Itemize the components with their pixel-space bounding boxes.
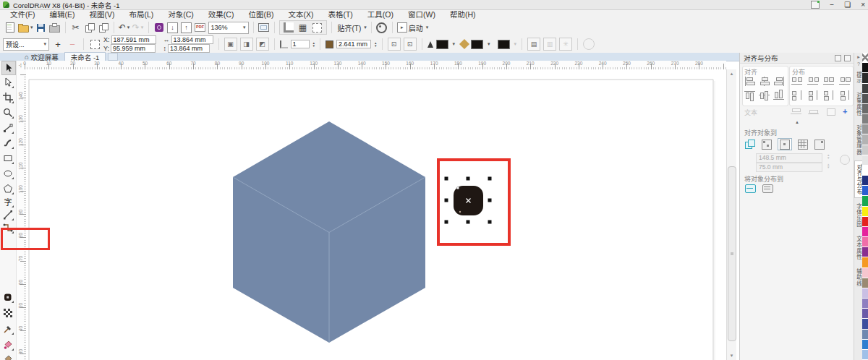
- color-swatch[interactable]: [862, 176, 868, 186]
- y-position-input[interactable]: 95.959 mm: [111, 44, 156, 53]
- color-swatch[interactable]: [862, 94, 868, 104]
- color-swatch[interactable]: [862, 124, 868, 134]
- export-button[interactable]: ↑: [181, 21, 192, 34]
- color-swatch[interactable]: [862, 257, 868, 267]
- open-button[interactable]: ▾: [18, 21, 33, 34]
- color-swatch[interactable]: [862, 330, 868, 340]
- align-center-horizontal-button[interactable]: [759, 77, 770, 86]
- scrollbar-thumb[interactable]: [728, 166, 736, 341]
- undo-button[interactable]: ↶▾: [119, 21, 130, 34]
- preset-select[interactable]: 预设...▾: [3, 38, 49, 51]
- minimize-button[interactable]: −: [830, 1, 834, 9]
- color-swatch[interactable]: [862, 340, 868, 350]
- docker-tab-对象管理器[interactable]: 对象管理器: [855, 121, 863, 158]
- corner-radius-input[interactable]: 2.641 mm: [336, 40, 371, 48]
- align-to-grid-button[interactable]: [797, 140, 809, 149]
- eyedropper-tool[interactable]: [1, 322, 14, 335]
- scroll-up-icon[interactable]: ▲: [727, 69, 736, 78]
- object-width-input[interactable]: 13.864 mm: [171, 35, 213, 44]
- color-swatch[interactable]: [862, 278, 868, 288]
- search-content-button[interactable]: [153, 21, 165, 34]
- basic-shapes-tool[interactable]: [1, 291, 14, 304]
- color-swatch[interactable]: [862, 350, 868, 360]
- color-swatch[interactable]: [862, 104, 868, 114]
- menu-item[interactable]: 效果(C): [201, 10, 242, 20]
- selected-rounded-square[interactable]: [454, 186, 483, 215]
- distribute-to-selection-button[interactable]: [744, 184, 756, 193]
- show-grid-button[interactable]: ▦: [297, 21, 309, 34]
- vertical-ruler[interactable]: 14013012011010090807060504030: [16, 69, 27, 360]
- fill-color-swatch[interactable]: [471, 40, 483, 49]
- group-button[interactable]: ▥: [543, 38, 556, 51]
- print-button[interactable]: [49, 21, 61, 34]
- fullscreen-preview-button[interactable]: [258, 21, 270, 34]
- ungroup-button[interactable]: ✳: [559, 38, 572, 51]
- corner-node[interactable]: [456, 187, 459, 189]
- import-button[interactable]: ↓: [167, 21, 179, 34]
- menu-item[interactable]: 对象(C): [161, 10, 201, 20]
- radius-spinner[interactable]: ▴▾: [375, 41, 377, 47]
- artistic-media-tool[interactable]: [1, 137, 14, 150]
- wrap-paragraph-text-button[interactable]: ▤: [527, 38, 540, 51]
- vertical-scrollbar[interactable]: ▲ ▼: [726, 69, 736, 360]
- snap-to-button[interactable]: 贴齐(T)▾: [336, 21, 367, 34]
- color-swatch[interactable]: [862, 227, 868, 237]
- application-launcher-button[interactable]: ▸启动▾: [397, 21, 429, 34]
- specify-point-plus-icon[interactable]: +: [843, 107, 847, 116]
- zoom-tool[interactable]: [1, 106, 14, 119]
- align-x-input[interactable]: 148.5 mm: [756, 153, 822, 163]
- tab-welcome-screen[interactable]: ⌂ 欢迎屏幕: [19, 53, 64, 61]
- add-preset-button[interactable]: +: [52, 38, 64, 51]
- interactive-fill-tool[interactable]: [1, 353, 14, 360]
- polygon-tool[interactable]: [1, 182, 14, 195]
- align-to-specified-point-button[interactable]: [814, 140, 825, 149]
- mirror-horizontal-button[interactable]: ◨: [240, 38, 253, 51]
- color-swatch[interactable]: [862, 166, 868, 176]
- distribute-center-h-button[interactable]: [807, 77, 819, 86]
- docker-tab-提示[interactable]: 提示: [855, 69, 863, 87]
- menu-item[interactable]: 编辑(E): [42, 10, 82, 20]
- relative-corner-button[interactable]: ⊡: [388, 38, 401, 51]
- menu-item[interactable]: 文本(X): [281, 10, 320, 20]
- text-align-baseline-button[interactable]: [808, 107, 820, 116]
- help-icon[interactable]: ?: [857, 60, 860, 67]
- docker-tab-辅助线[interactable]: 辅助线: [855, 265, 863, 290]
- align-to-page-center-button[interactable]: [778, 138, 792, 150]
- rectangle-tool[interactable]: [1, 152, 14, 165]
- docker-close-button[interactable]: [844, 55, 851, 61]
- x-position-input[interactable]: 187.591 mm: [111, 35, 156, 44]
- distribute-to-page-button[interactable]: [762, 184, 773, 193]
- align-to-active-objects-button[interactable]: [744, 140, 756, 149]
- fill-color-caret-icon[interactable]: ▾: [488, 41, 490, 47]
- menu-item[interactable]: 布局(L): [122, 10, 161, 20]
- align-y-input[interactable]: 75.0 mm: [756, 163, 822, 172]
- outline-color-caret-icon[interactable]: ▾: [453, 41, 456, 47]
- color-swatch[interactable]: [862, 134, 868, 145]
- color-swatch[interactable]: [862, 145, 868, 155]
- distribute-left-button[interactable]: [791, 77, 803, 86]
- text-tool[interactable]: 字: [1, 195, 14, 208]
- collapse-arrow-icon[interactable]: ▲: [740, 120, 854, 124]
- drawing-canvas[interactable]: [26, 69, 726, 360]
- color-swatch[interactable]: [862, 84, 868, 94]
- menu-item[interactable]: 位图(B): [241, 10, 281, 20]
- color-swatch[interactable]: [862, 309, 868, 319]
- color-swatch[interactable]: [862, 319, 868, 329]
- outline-color-swatch[interactable]: [436, 40, 448, 49]
- docker-flyout-button[interactable]: [835, 55, 841, 61]
- tab-strip-arrow-icon[interactable]: ▸: [857, 53, 860, 60]
- docker-tab-对象属性[interactable]: 对象属性: [855, 89, 863, 119]
- object-origin-button[interactable]: [89, 38, 101, 51]
- new-document-tab-button[interactable]: [108, 53, 118, 61]
- color-swatch[interactable]: [862, 247, 868, 257]
- scale-factor-button[interactable]: ▣: [224, 38, 237, 51]
- copy-button[interactable]: [84, 21, 95, 34]
- color-swatch[interactable]: [862, 73, 868, 83]
- new-document-button[interactable]: [4, 21, 16, 34]
- color-swatch[interactable]: [862, 217, 868, 227]
- menu-item[interactable]: 工具(O): [360, 10, 401, 20]
- show-guidelines-button[interactable]: [312, 21, 323, 34]
- distribute-bottom-button[interactable]: [839, 90, 851, 100]
- restore-button[interactable]: ❏: [844, 1, 851, 9]
- color-swatch[interactable]: [862, 207, 868, 217]
